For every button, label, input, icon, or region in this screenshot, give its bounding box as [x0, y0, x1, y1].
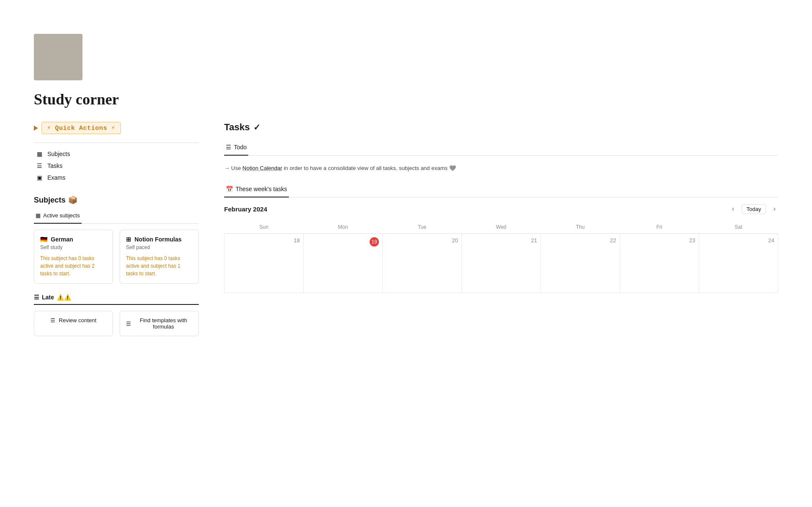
late-label: Late — [42, 294, 54, 301]
page-cover — [34, 34, 82, 80]
german-card-title: 🇩🇪 German — [40, 236, 107, 243]
calendar-day-21: 21 — [462, 233, 541, 293]
late-icon: ☰ — [34, 294, 39, 301]
calendar-day-20: 20 — [383, 233, 462, 293]
todo-label: Todo — [234, 144, 247, 151]
find-templates-label: Find templates with formulas — [134, 317, 192, 330]
weekly-tasks-tabs: 📅 These week's tasks — [224, 183, 778, 197]
left-panel: ⚡ Quick Actions ⚡ ▦ Subjects ☰ Tasks ▣ E… — [34, 122, 199, 343]
subjects-tabs: ▦ Active subjects — [34, 210, 199, 224]
nav-item-subjects[interactable]: ▦ Subjects — [34, 148, 199, 160]
calendar-weekday-row: Sun Mon Tue Wed Thu Fri Sat — [225, 221, 778, 234]
calendar-day-24: 24 — [699, 233, 778, 293]
german-status: This subject has 0 tasks active and subj… — [40, 255, 107, 277]
notion-formulas-subtitle: Self paced — [126, 244, 192, 250]
quick-actions-toggle[interactable] — [34, 126, 38, 131]
notion-formulas-title-text: Notion Formulas — [134, 236, 181, 243]
calendar-week-row: 18 19 20 21 — [225, 233, 778, 293]
german-title-text: German — [51, 236, 73, 243]
calendar-day-19: 19 — [304, 233, 383, 293]
review-content-title: ☰ Review content — [40, 317, 107, 323]
nav-label-exams: Exams — [47, 174, 66, 181]
calendar-grid: Sun Mon Tue Wed Thu Fri Sat 18 — [224, 221, 778, 293]
active-subjects-label: Active subjects — [43, 212, 80, 219]
weekday-sun: Sun — [225, 221, 304, 234]
late-section: ☰ Late ⚠️⚠️ ☰ Review content ☰ Fin — [34, 294, 199, 336]
quick-actions-section: ⚡ Quick Actions ⚡ — [34, 122, 199, 134]
notion-formulas-card-title: ⊞ Notion Formulas — [126, 236, 192, 243]
calendar-next-button[interactable]: › — [771, 204, 778, 214]
calendar-day-22: 22 — [541, 233, 620, 293]
nav-label-tasks: Tasks — [47, 162, 63, 169]
review-content-card[interactable]: ☰ Review content — [34, 311, 113, 336]
day-number-23: 23 — [623, 237, 695, 244]
subjects-heading-text: Subjects — [34, 196, 66, 205]
find-templates-icon: ☰ — [126, 321, 131, 327]
weekly-tab-icon: 📅 — [226, 186, 233, 192]
tasks-header: Tasks ✓ — [224, 122, 778, 133]
tasks-title: Tasks — [224, 122, 250, 133]
action-cards: ☰ Review content ☰ Find templates with f… — [34, 311, 199, 336]
day-number-24: 24 — [702, 237, 774, 244]
subject-card-german[interactable]: 🇩🇪 German Self study This subject has 0 … — [34, 230, 113, 284]
tasks-icon: ☰ — [36, 162, 43, 169]
weekly-tab[interactable]: 📅 These week's tasks — [224, 183, 289, 197]
nav-label-subjects: Subjects — [47, 151, 70, 157]
review-content-icon: ☰ — [50, 317, 55, 323]
day-number-18: 18 — [228, 237, 300, 244]
active-subjects-tab[interactable]: ▦ Active subjects — [34, 210, 82, 224]
review-content-label: Review content — [59, 317, 96, 323]
page-container: Study corner ⚡ Quick Actions ⚡ ▦ Subject… — [0, 0, 812, 360]
german-subtitle: Self study — [40, 244, 107, 250]
weekday-tue: Tue — [383, 221, 462, 234]
calendar-day-18: 18 — [225, 233, 304, 293]
right-panel: Tasks ✓ ☰ Todo → Use Notion Calendar in … — [224, 122, 778, 293]
nav-item-exams[interactable]: ▣ Exams — [34, 172, 199, 184]
calendar-month-year: February 2024 — [224, 206, 267, 213]
day-number-19: 19 — [307, 237, 379, 247]
today-indicator: 19 — [370, 237, 379, 247]
tasks-checkmark: ✓ — [253, 122, 261, 132]
weekday-sat: Sat — [699, 221, 778, 234]
notion-calendar-note: → Use Notion Calendar in order to have a… — [224, 164, 778, 173]
quick-actions-badge[interactable]: ⚡ Quick Actions ⚡ — [41, 122, 121, 134]
main-layout: ⚡ Quick Actions ⚡ ▦ Subjects ☰ Tasks ▣ E… — [34, 122, 778, 343]
weekday-fri: Fri — [620, 221, 699, 234]
subjects-heading-emoji: 📦 — [68, 195, 77, 205]
page-title: Study corner — [34, 90, 778, 108]
nav-section: ▦ Subjects ☰ Tasks ▣ Exams — [34, 143, 199, 184]
find-templates-title: ☰ Find templates with formulas — [126, 317, 192, 330]
weekday-thu: Thu — [541, 221, 620, 234]
calendar-nav: ‹ Today › — [730, 204, 778, 214]
todo-tab[interactable]: ☰ Todo — [224, 141, 248, 156]
late-warning-emojis: ⚠️⚠️ — [57, 294, 71, 301]
notion-formulas-icon: ⊞ — [126, 236, 131, 243]
notion-formulas-status: This subject has 0 tasks active and subj… — [126, 255, 192, 277]
tasks-tabs: ☰ Todo — [224, 141, 778, 156]
german-flag-icon: 🇩🇪 — [40, 236, 47, 243]
weekday-wed: Wed — [462, 221, 541, 234]
day-number-21: 21 — [465, 237, 537, 244]
subjects-icon: ▦ — [36, 151, 43, 157]
exams-icon: ▣ — [36, 174, 43, 181]
calendar: February 2024 ‹ Today › Sun Mon Tue Wed — [224, 204, 778, 293]
calendar-today-button[interactable]: Today — [742, 204, 766, 214]
nav-item-tasks[interactable]: ☰ Tasks — [34, 160, 199, 172]
subject-card-notion-formulas[interactable]: ⊞ Notion Formulas Self paced This subjec… — [120, 230, 199, 284]
notion-calendar-link[interactable]: Notion Calendar — [242, 165, 282, 171]
calendar-prev-button[interactable]: ‹ — [730, 204, 737, 214]
day-number-20: 20 — [386, 237, 458, 244]
todo-icon: ☰ — [226, 144, 231, 151]
active-subjects-icon: ▦ — [36, 212, 41, 219]
calendar-day-23: 23 — [620, 233, 699, 293]
find-templates-card[interactable]: ☰ Find templates with formulas — [120, 311, 199, 336]
subject-cards: 🇩🇪 German Self study This subject has 0 … — [34, 230, 199, 284]
subjects-heading: Subjects 📦 — [34, 195, 199, 205]
late-heading: ☰ Late ⚠️⚠️ — [34, 294, 199, 305]
weekday-mon: Mon — [304, 221, 383, 234]
weekly-tab-label: These week's tasks — [236, 186, 287, 192]
calendar-header: February 2024 ‹ Today › — [224, 204, 778, 214]
day-number-22: 22 — [544, 237, 616, 244]
